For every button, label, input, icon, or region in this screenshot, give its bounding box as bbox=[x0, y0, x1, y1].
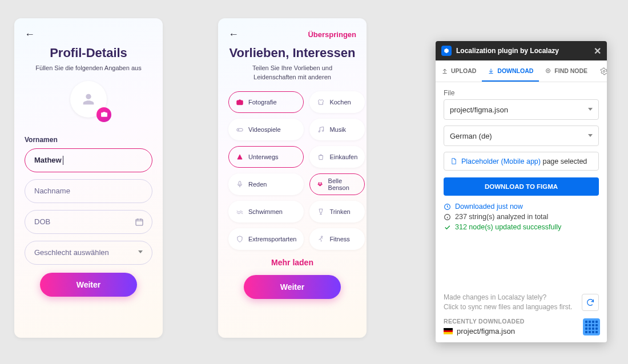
camera-badge[interactable] bbox=[96, 107, 111, 122]
shield-icon bbox=[236, 235, 244, 243]
file-select[interactable]: project/figma.json bbox=[444, 99, 599, 120]
page-title: Vorlieben, Interessen bbox=[228, 46, 356, 60]
chevron-down-icon bbox=[588, 134, 593, 137]
svg-point-14 bbox=[548, 70, 549, 71]
first-name-label: Vornamen bbox=[25, 136, 152, 144]
svg-point-8 bbox=[321, 183, 322, 184]
interest-chip-fitness[interactable]: Fitness bbox=[309, 228, 365, 250]
chip-label: Fitness bbox=[329, 236, 349, 242]
clock-icon bbox=[444, 203, 451, 211]
chip-label: Musik bbox=[329, 126, 346, 133]
status-updated: 312 node(s) updated successfully bbox=[444, 223, 599, 231]
target-icon bbox=[545, 67, 551, 74]
last-name-field[interactable]: Nachname bbox=[25, 179, 152, 203]
selected-node-box: Placeholder (Mobile app) page selected bbox=[444, 152, 599, 171]
sync-button[interactable] bbox=[582, 294, 599, 311]
gamepad-icon bbox=[236, 126, 244, 134]
chip-label: Fotografie bbox=[248, 99, 277, 106]
svg-point-4 bbox=[319, 131, 320, 132]
skip-link[interactable]: Überspringen bbox=[308, 30, 356, 39]
back-arrow-icon[interactable]: ← bbox=[228, 29, 239, 41]
tab-upload[interactable]: UPLOAD bbox=[436, 60, 482, 82]
mic-icon bbox=[236, 180, 244, 188]
svg-point-11 bbox=[319, 184, 321, 186]
interest-chip-reden[interactable]: Reden bbox=[228, 173, 304, 195]
language-select-value: German (de) bbox=[450, 132, 492, 140]
glass-icon bbox=[317, 208, 325, 216]
plugin-header[interactable]: Localization plugin by Localazy ✕ bbox=[436, 41, 607, 60]
selected-node-link[interactable]: Placeholder (Mobile app) bbox=[461, 157, 541, 165]
info-icon bbox=[444, 213, 451, 221]
close-icon[interactable]: ✕ bbox=[594, 46, 601, 56]
interest-chip-belle-benson[interactable]: Belle Benson bbox=[309, 173, 365, 195]
language-select[interactable]: German (de) bbox=[444, 126, 599, 146]
german-flag-icon bbox=[444, 328, 453, 334]
avatar-container bbox=[25, 81, 152, 127]
first-name-value: Mathew bbox=[34, 156, 62, 164]
chip-label: Extremsportarten bbox=[248, 236, 296, 242]
interest-chip-extremsportarten[interactable]: Extremsportarten bbox=[228, 228, 304, 250]
page-icon bbox=[450, 157, 457, 165]
chef-icon bbox=[317, 98, 325, 106]
svg-point-10 bbox=[321, 184, 323, 185]
continue-button[interactable]: Weiter bbox=[244, 275, 341, 299]
svg-point-5 bbox=[323, 130, 324, 131]
first-name-field[interactable]: Mathew bbox=[25, 148, 152, 172]
plugin-tabs: UPLOAD DOWNLOAD FIND NODE bbox=[436, 60, 607, 82]
interest-chip-einkaufen[interactable]: Einkaufen bbox=[309, 146, 365, 168]
interests-screen: ← Überspringen Vorlieben, Interessen Tei… bbox=[218, 18, 367, 338]
localazy-logo-icon bbox=[441, 46, 452, 56]
interest-chip-schwimmen[interactable]: Schwimmen bbox=[228, 201, 304, 223]
settings-button[interactable] bbox=[593, 60, 607, 82]
dob-placeholder: DOB bbox=[34, 217, 50, 226]
chip-label: Videospiele bbox=[248, 126, 281, 133]
chip-label: Einkaufen bbox=[329, 153, 357, 160]
tab-download[interactable]: DOWNLOAD bbox=[482, 60, 539, 82]
svg-point-2 bbox=[239, 102, 241, 104]
plugin-body: File project/figma.json German (de) Plac… bbox=[436, 82, 607, 342]
plugin-title: Localization plugin by Localazy bbox=[456, 47, 559, 55]
svg-point-9 bbox=[318, 184, 319, 185]
recent-file-row[interactable]: project/figma.json bbox=[444, 327, 599, 335]
recent-header: RECENTLY DOWNLOADED bbox=[444, 318, 599, 325]
profile-details-screen: ← Profil-Details Füllen Sie die folgende… bbox=[14, 18, 163, 338]
last-name-placeholder: Nachname bbox=[34, 187, 70, 195]
gender-field[interactable]: Geschlecht auswählen bbox=[25, 241, 152, 265]
continue-label: Weiter bbox=[77, 280, 101, 289]
chip-label: Trinken bbox=[329, 208, 350, 215]
grid-button[interactable] bbox=[583, 318, 600, 335]
svg-point-13 bbox=[546, 68, 550, 72]
dob-field[interactable]: DOB bbox=[25, 210, 152, 234]
download-icon bbox=[488, 67, 494, 74]
svg-point-7 bbox=[319, 183, 320, 184]
svg-point-15 bbox=[603, 70, 605, 72]
camera-icon bbox=[236, 98, 244, 106]
continue-button[interactable]: Weiter bbox=[40, 273, 137, 297]
interest-chip-trinken[interactable]: Trinken bbox=[309, 201, 365, 223]
interest-chip-kochen[interactable]: Kochen bbox=[309, 91, 365, 113]
interest-chip-fotografie[interactable]: Fotografie bbox=[228, 91, 304, 113]
waves-icon bbox=[236, 208, 244, 216]
interest-chip-unterwegs[interactable]: Unterwegs bbox=[228, 146, 304, 168]
chip-label: Belle Benson bbox=[328, 177, 358, 191]
route-icon bbox=[236, 153, 244, 161]
sync-icon bbox=[586, 298, 595, 307]
file-label: File bbox=[444, 89, 599, 97]
file-select-value: project/figma.json bbox=[450, 106, 508, 114]
svg-point-12 bbox=[321, 236, 323, 237]
interest-chip-musik[interactable]: Musik bbox=[309, 119, 365, 140]
chip-label: Unterwegs bbox=[248, 153, 279, 160]
download-to-figma-button[interactable]: DOWNLOAD TO FIGMA bbox=[444, 177, 599, 196]
tab-find-node[interactable]: FIND NODE bbox=[539, 60, 593, 82]
back-arrow-icon[interactable]: ← bbox=[25, 29, 35, 41]
interest-chip-videospiele[interactable]: Videospiele bbox=[228, 119, 304, 140]
footer-note: Made changes in Localazy lately? Click t… bbox=[444, 293, 599, 312]
chevron-down-icon bbox=[138, 250, 143, 253]
page-title: Profil-Details bbox=[25, 46, 152, 60]
load-more-link[interactable]: Mehr laden bbox=[228, 258, 356, 267]
chip-label: Reden bbox=[248, 181, 267, 188]
chip-label: Kochen bbox=[329, 99, 351, 106]
page-subtitle: Füllen Sie die folgenden Angaben aus bbox=[25, 64, 152, 73]
upload-icon bbox=[441, 67, 448, 74]
bag-icon bbox=[317, 153, 325, 161]
